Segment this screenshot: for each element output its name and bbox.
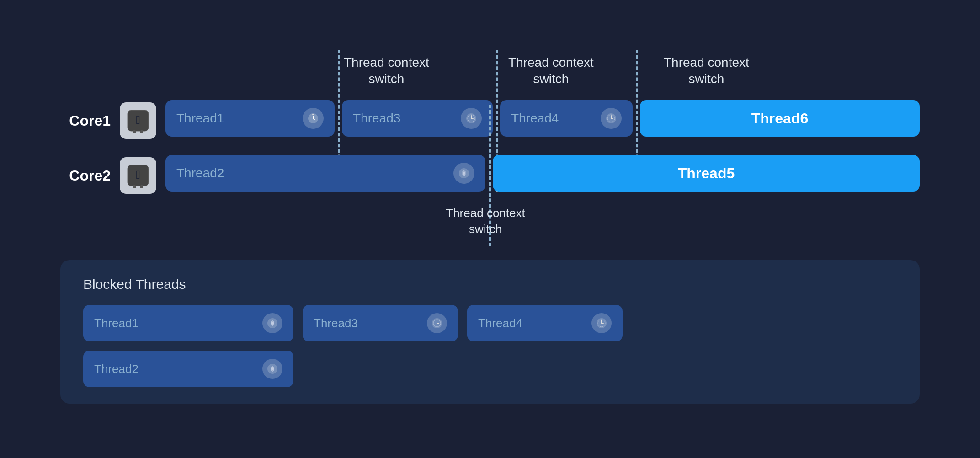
thread1-bar: Thread1: [165, 100, 335, 137]
core1-icon: : [120, 102, 156, 139]
thread2-icon: [453, 163, 474, 184]
cs-label-1: Thread contextswitch: [344, 54, 429, 88]
main-container: Thread contextswitch Thread contextswitc…: [33, 36, 947, 422]
blocked-row-1: Thread1 Thread3: [83, 305, 897, 341]
blocked-thread3-icon: [427, 313, 447, 333]
svg-rect-2: [133, 130, 136, 133]
core1-timeline: Thread1 Thread3: [165, 100, 920, 141]
svg-point-18: [463, 172, 465, 175]
thread1-icon: [303, 108, 324, 129]
divider-1: [337, 100, 339, 141]
blocked-thread4-label: Thread4: [478, 316, 522, 330]
svg-point-20: [271, 322, 274, 325]
svg-text:: : [136, 168, 140, 181]
thread4-bar: Thread4: [500, 100, 633, 137]
blocked-thread1-label: Thread1: [94, 316, 138, 330]
blocked-thread2: Thread2: [83, 351, 293, 387]
core2-label: Core2: [60, 167, 111, 184]
blocked-thread4-icon: [591, 313, 612, 333]
cores-section: Core1  Thread1: [60, 100, 920, 196]
blocked-thread1: Thread1: [83, 305, 293, 341]
context-switch-labels: Thread contextswitch Thread contextswitc…: [188, 54, 920, 96]
thread2-bar: Thread2: [165, 155, 485, 192]
core2-row: Core2  Thread2: [60, 155, 920, 196]
thread5-bar: Thread5: [493, 155, 920, 192]
blocked-thread3: Thread3: [303, 305, 458, 341]
cs-label-3: Thread contextswitch: [664, 54, 749, 88]
blocked-thread1-icon: [262, 313, 282, 333]
cs-bottom-label: Thread contextswitch: [446, 205, 525, 237]
thread3-bar: Thread3: [342, 100, 493, 137]
divider-2: [495, 100, 497, 141]
blocked-section: Blocked Threads Thread1 Thread3: [60, 260, 920, 404]
thread2-label: Thread2: [176, 166, 224, 181]
thread3-icon: [461, 108, 482, 129]
core1-label: Core1: [60, 112, 111, 129]
svg-text:: : [136, 113, 140, 127]
divider-3: [635, 100, 637, 141]
blocked-title: Blocked Threads: [83, 277, 897, 292]
thread6-label: Thread6: [651, 110, 909, 127]
thread4-label: Thread4: [511, 111, 559, 126]
thread5-label: Thread5: [504, 165, 909, 182]
blocked-threads-grid: Thread1 Thread3: [83, 305, 897, 387]
svg-rect-15: [133, 185, 136, 188]
thread1-label: Thread1: [176, 111, 224, 126]
blocked-thread2-icon: [262, 359, 282, 379]
thread3-label: Thread3: [353, 111, 400, 126]
blocked-row-2: Thread2: [83, 351, 897, 387]
svg-point-30: [271, 367, 274, 370]
blocked-thread4: Thread4: [467, 305, 623, 341]
core2-timeline: Thread2 Thread5 Thread: [165, 155, 920, 196]
cs-label-2: Thread contextswitch: [508, 54, 594, 88]
divider-4: [488, 155, 490, 196]
svg-rect-16: [140, 185, 143, 188]
thread6-bar: Thread6: [640, 100, 920, 137]
thread4-icon: [601, 108, 622, 129]
blocked-thread2-label: Thread2: [94, 362, 138, 376]
svg-rect-3: [140, 130, 143, 133]
core2-icon: : [120, 157, 156, 194]
blocked-thread3-label: Thread3: [314, 316, 358, 330]
